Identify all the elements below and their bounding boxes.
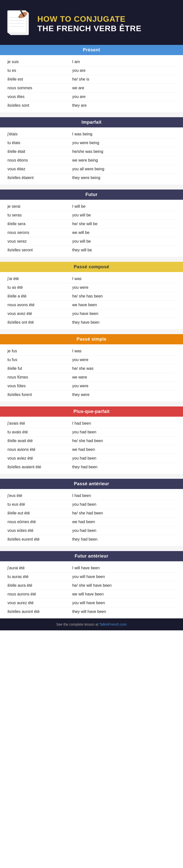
section-gap-5 (0, 401, 183, 406)
english-text: they had been (62, 465, 176, 469)
english-text: they will have been (62, 610, 176, 614)
footer: See the complete lesson at TalkInFrench.… (0, 618, 183, 630)
french-text: nous étions (7, 158, 62, 162)
english-text: you were (62, 358, 176, 362)
section-header-passe-anterieur: Passé antérieur (0, 479, 183, 489)
header-text: HOW TO CONJUGATE THE FRENCH VERB ÊTRE (37, 14, 141, 33)
english-text: he/ she will be (62, 222, 176, 226)
english-text: you were being (62, 141, 176, 145)
english-text: he/ she had been (62, 439, 176, 443)
english-text: you are (62, 94, 176, 99)
table-row: nous étionswe were being (7, 156, 176, 165)
english-text: you will be (62, 213, 176, 217)
conjugation-table-passe-compose: j'ai étéI wastu as étéyou wereil/elle a … (0, 272, 183, 329)
english-text: you will be (62, 239, 176, 244)
english-text: we will have been (62, 592, 176, 596)
table-row: il/elle serahe/ she will be (7, 220, 176, 228)
french-text: j'avais été (7, 421, 62, 426)
table-row: j'étaisI was being (7, 130, 176, 138)
table-row: tu serasyou will be (7, 211, 176, 220)
french-text: ils/elles furent (7, 393, 62, 397)
conjugation-table-passe-simple: je fusI wastu fusyou wereil/elle futhe/ … (0, 344, 183, 401)
french-text: j'étais (7, 132, 62, 136)
table-row: tu fusyou were (7, 355, 176, 364)
section-gap-3 (0, 257, 183, 262)
english-text: we will be (62, 230, 176, 235)
english-text: he/ she had been (62, 511, 176, 516)
english-text: they were (62, 393, 176, 397)
french-text: vous êtes (7, 94, 62, 99)
english-text: I will have been (62, 566, 176, 570)
english-text: they are (62, 103, 176, 108)
french-text: nous fûmes (7, 375, 62, 379)
english-text: I had been (62, 493, 176, 498)
english-text: they will be (62, 248, 176, 252)
table-row: il/elle eut étéhe/ she had been (7, 509, 176, 518)
french-text: ils/elles eurent été (7, 537, 62, 541)
table-row: tu eus étéyou had been (7, 500, 176, 509)
header-title: HOW TO CONJUGATE THE FRENCH VERB ÊTRE (37, 14, 141, 33)
section-gap-1 (0, 112, 183, 117)
table-row: tu auras étéyou will have been (7, 572, 176, 581)
english-text: we had been (62, 447, 176, 452)
table-row: j'aurai étéI will have been (7, 564, 176, 572)
header-illustration (5, 7, 32, 40)
section-gap-6 (0, 474, 183, 479)
table-row: nous avons étéwe have been (7, 301, 176, 309)
french-text: ils/elles seront (7, 248, 62, 252)
table-row: tu avais étéyou had been (7, 428, 176, 437)
table-row: je seraiI will be (7, 202, 176, 211)
english-text: he/ she has been (62, 294, 176, 299)
header-section: HOW TO CONJUGATE THE FRENCH VERB ÊTRE (0, 0, 183, 45)
french-text: ils/elles étaient (7, 176, 62, 180)
french-text: vous serez (7, 239, 62, 244)
french-text: tu fus (7, 358, 62, 362)
french-text: nous avions été (7, 447, 62, 452)
english-text: they had been (62, 537, 176, 541)
table-row: ils/elles avaient ététhey had been (7, 463, 176, 471)
french-text: vous aviez été (7, 456, 62, 461)
french-text: je fus (7, 349, 62, 353)
table-row: nous aurons étéwe will have been (7, 590, 176, 599)
french-text: il/elle a été (7, 294, 62, 299)
table-row: nous sommeswe are (7, 84, 176, 93)
table-row: il/elle esthe/ she is (7, 75, 176, 84)
section-header-futur-anterieur: Futur antérieur (0, 551, 183, 561)
table-row: ils/elles eurent ététhey had been (7, 535, 176, 544)
french-text: nous aurons été (7, 592, 62, 596)
french-text: tu avais été (7, 430, 62, 434)
english-text: you were (62, 384, 176, 388)
section-gap-4 (0, 329, 183, 334)
footer-link[interactable]: TalkInFrench.com (99, 622, 127, 626)
conjugation-table-plus-que-parfait: j'avais étéI had beentu avais étéyou had… (0, 417, 183, 474)
table-row: tu étaisyou were being (7, 138, 176, 147)
english-text: you will have been (62, 601, 176, 605)
french-text: je serai (7, 204, 62, 209)
english-text: you had been (62, 456, 176, 461)
english-text: he/she was being (62, 149, 176, 154)
french-text: il/elle eut été (7, 511, 62, 516)
table-row: vous aviez étéyou had been (7, 454, 176, 463)
table-row: vous serezyou will be (7, 237, 176, 246)
table-row: nous fûmeswe were (7, 373, 176, 382)
french-text: tu as été (7, 285, 62, 290)
french-text: je suis (7, 60, 62, 64)
table-row: nous eûmes étéwe had been (7, 518, 176, 526)
english-text: you are (62, 68, 176, 73)
table-row: nous seronswe will be (7, 228, 176, 237)
table-row: nous avions étéwe had been (7, 445, 176, 454)
french-text: nous avons été (7, 303, 62, 307)
french-text: nous eûmes été (7, 520, 62, 524)
english-text: I will be (62, 204, 176, 209)
table-row: vous étiezyou all were being (7, 165, 176, 174)
section-header-passe-compose: Passé composé (0, 262, 183, 272)
english-text: you have been (62, 311, 176, 316)
english-text: he/ she is (62, 77, 176, 82)
table-row: j'eus étéI had been (7, 492, 176, 500)
conjugation-table-passe-anterieur: j'eus étéI had beentu eus étéyou had bee… (0, 489, 183, 546)
french-text: nous sommes (7, 86, 62, 90)
english-text: they have been (62, 320, 176, 325)
conjugation-table-present: je suisI amtu esyou areil/elle esthe/ sh… (0, 55, 183, 112)
french-text: j'eus été (7, 493, 62, 498)
section-header-futur: Futur (0, 189, 183, 200)
